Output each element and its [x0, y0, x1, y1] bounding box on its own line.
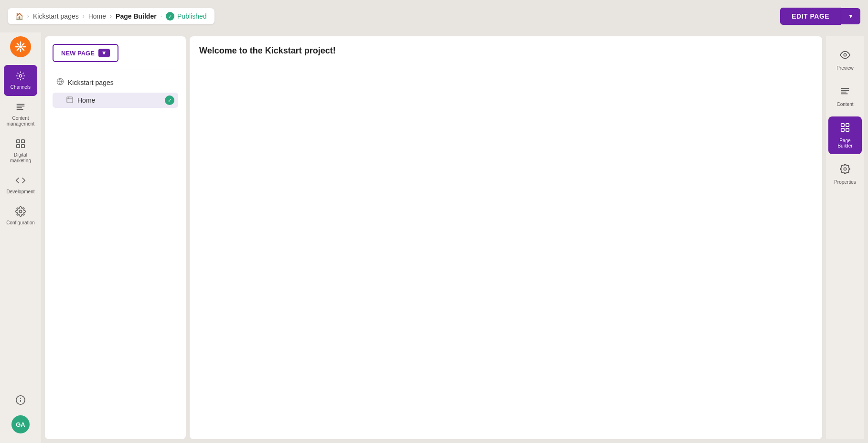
app-logo[interactable]: [10, 36, 31, 57]
right-nav-preview-label: Preview: [836, 65, 854, 71]
svg-point-36: [844, 168, 847, 170]
configuration-label: Configuration: [6, 220, 34, 226]
svg-rect-16: [17, 145, 20, 148]
svg-rect-15: [21, 140, 24, 143]
nav-bottom: GA: [11, 395, 30, 439]
published-dot-icon: ✓: [166, 12, 174, 21]
breadcrumb-sep-1: ›: [27, 13, 29, 20]
page-item-published-icon: ✓: [165, 95, 174, 105]
configuration-icon: [15, 206, 26, 218]
svg-line-5: [17, 43, 19, 45]
svg-rect-35: [846, 128, 849, 131]
edit-page-dropdown-button[interactable]: ▼: [841, 8, 860, 24]
right-nav-properties[interactable]: Properties: [828, 158, 862, 190]
pages-divider: [53, 70, 178, 70]
content-area: NEW PAGE ▼ Kickstart pages: [41, 32, 868, 443]
content-icon: [840, 86, 850, 99]
right-nav-content-label: Content: [836, 102, 853, 107]
svg-rect-33: [846, 124, 849, 127]
pages-panel: NEW PAGE ▼ Kickstart pages: [45, 36, 186, 439]
preview-area: Welcome to the Kickstart project!: [190, 36, 822, 439]
main-layout: Channels Content management: [0, 32, 868, 443]
sidebar-item-configuration[interactable]: Configuration: [4, 200, 37, 232]
preview-welcome-text: Welcome to the Kickstart project!: [199, 46, 813, 56]
digital-marketing-icon: [15, 138, 26, 150]
right-nav-preview[interactable]: Preview: [828, 44, 862, 76]
svg-rect-32: [841, 124, 844, 127]
svg-line-6: [22, 49, 24, 51]
svg-rect-24: [67, 97, 73, 103]
digital-marketing-label: Digital marketing: [8, 152, 33, 164]
content-management-icon: [15, 102, 26, 114]
left-sidebar: Channels Content management: [0, 32, 41, 443]
page-item-home[interactable]: Home ✓: [53, 93, 178, 108]
svg-point-18: [19, 210, 22, 213]
sidebar-item-digital-marketing[interactable]: Digital marketing: [4, 133, 37, 169]
development-icon: [15, 175, 26, 187]
properties-icon: [840, 164, 850, 177]
page-item-home-label: Home: [77, 96, 161, 104]
development-label: Development: [7, 189, 35, 195]
new-page-button[interactable]: NEW PAGE ▼: [53, 44, 118, 62]
content-management-label: Content management: [7, 116, 34, 127]
breadcrumb: 🏠 › Kickstart pages › Home › Page Builde…: [8, 8, 214, 24]
breadcrumb-kickstart[interactable]: Kickstart pages: [33, 12, 79, 20]
edit-page-button[interactable]: EDIT PAGE: [780, 8, 841, 25]
right-nav-content[interactable]: Content: [828, 80, 862, 113]
page-builder-icon: [840, 122, 850, 135]
topbar-right-actions: EDIT PAGE ▼: [780, 8, 860, 25]
breadcrumb-sep-4: ·: [161, 13, 162, 20]
channels-icon: [15, 71, 26, 83]
svg-point-27: [844, 53, 847, 56]
channels-label: Channels: [11, 84, 31, 90]
topbar: 🏠 › Kickstart pages › Home › Page Builde…: [0, 0, 868, 32]
pages-group-label: Kickstart pages: [68, 79, 114, 86]
breadcrumb-home-page[interactable]: Home: [88, 12, 106, 20]
page-item-home-icon: [66, 96, 74, 105]
breadcrumb-home[interactable]: 🏠: [15, 12, 23, 20]
svg-point-0: [19, 45, 22, 48]
svg-rect-17: [21, 145, 24, 148]
right-nav-page-builder[interactable]: Page Builder: [828, 116, 862, 154]
svg-rect-34: [841, 128, 844, 131]
logo-icon: [15, 41, 26, 53]
pages-group-header: Kickstart pages: [53, 76, 178, 89]
sidebar-item-development[interactable]: Development: [4, 169, 37, 200]
pages-group: Kickstart pages Home ✓: [53, 76, 178, 108]
right-nav-properties-label: Properties: [834, 179, 856, 185]
info-icon[interactable]: [15, 395, 26, 408]
right-nav-page-builder-label: Page Builder: [832, 138, 858, 148]
new-page-dropdown-icon: ▼: [98, 49, 110, 57]
breadcrumb-sep-3: ›: [110, 13, 112, 20]
svg-rect-14: [17, 140, 20, 143]
right-sidebar: Preview Content: [826, 36, 864, 439]
sidebar-item-channels[interactable]: Channels: [4, 65, 37, 96]
sidebar-item-content-management[interactable]: Content management: [4, 96, 37, 133]
svg-line-8: [17, 49, 19, 51]
preview-icon: [840, 50, 850, 63]
published-status: ✓ Published: [166, 12, 207, 21]
svg-line-7: [22, 43, 24, 45]
home-icon: 🏠: [15, 12, 23, 20]
svg-point-9: [19, 74, 22, 77]
user-avatar[interactable]: GA: [11, 415, 30, 433]
pages-group-icon: [56, 78, 64, 87]
breadcrumb-sep-2: ›: [83, 13, 85, 20]
breadcrumb-page-builder[interactable]: Page Builder: [116, 12, 157, 20]
